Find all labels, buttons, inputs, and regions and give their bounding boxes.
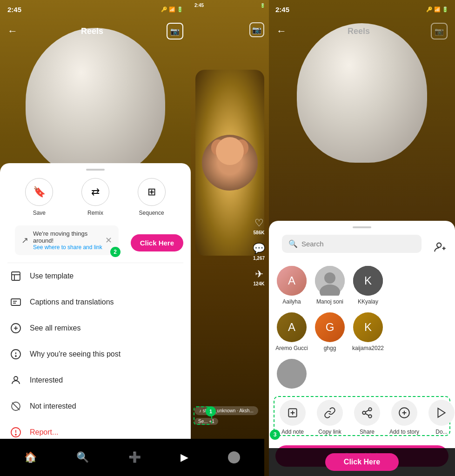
contact-manoj[interactable]: Manoj soni (314, 266, 346, 305)
search-bar: 🔍 (282, 235, 422, 253)
avatar-manoj (315, 266, 345, 296)
contact-ghgg[interactable]: G ghgg (314, 312, 346, 351)
heart-icon: ♡ (254, 217, 264, 229)
sheet-handle (86, 169, 105, 171)
nav-create[interactable]: ➕ (128, 451, 141, 463)
avatar-aailyha: A (277, 266, 307, 296)
svg-line-31 (365, 414, 368, 416)
avatar-partial (277, 359, 307, 389)
back-button-left[interactable]: ← (7, 25, 18, 37)
status-icons-right: 🔑 📶 🔋 (426, 7, 448, 13)
search-icon-nav: 🔍 (76, 451, 89, 463)
promo-close-button[interactable]: ✕ (105, 235, 112, 245)
sequence-action[interactable]: ⊞ Sequence (138, 178, 166, 216)
remixes-item[interactable]: See all remixes (0, 315, 191, 341)
why-seeing-icon (9, 348, 22, 361)
sequence-icon-circle: ⊞ (138, 178, 166, 206)
back-button-right[interactable]: ← (276, 25, 287, 37)
contact-name-aremo: Aremo Gucci (275, 345, 308, 351)
use-template-item[interactable]: Use template (0, 263, 191, 289)
battery-icon-right: 🔋 (442, 7, 448, 13)
battery-icon: 🔋 (177, 7, 183, 13)
share-icon-right (354, 400, 380, 426)
promo-text: We're moving things around! See where to… (33, 230, 105, 251)
copy-link-icon (317, 400, 343, 426)
share-sheet-handle (353, 226, 371, 228)
contacts-row-2: A Aremo Gucci G ghgg K kaijama2022 (269, 312, 455, 359)
remixes-label: See all remixes (30, 324, 80, 332)
remix-action[interactable]: ⇄ Remix (81, 178, 109, 216)
bottom-cta-button[interactable]: Click Here (325, 453, 399, 471)
add-story-icon (391, 400, 417, 426)
share-count: 124K (254, 281, 265, 286)
comment-action[interactable]: 💬 1,267 (253, 243, 265, 261)
contact-aailyha[interactable]: A Aailyha (275, 266, 308, 305)
contacts-row-3 (269, 359, 455, 396)
contact-kkyalay[interactable]: K KKyalay (352, 266, 384, 305)
bottom-nav: 🏠 🔍 ➕ ▶ (0, 439, 264, 476)
home-icon: 🏠 (24, 451, 37, 463)
sequence-label: Sequence (139, 210, 164, 216)
contact-name-ghgg: ghgg (324, 345, 336, 351)
time-right: 2:45 (275, 6, 289, 13)
like-count: 586K (254, 230, 265, 235)
share-badge: 3 (270, 430, 280, 440)
promo-cta-button[interactable]: Click Here (131, 234, 183, 251)
avatar-ghgg: G (315, 312, 345, 342)
share-icon-center: ✈ (255, 268, 263, 280)
add-person-button[interactable] (432, 239, 448, 256)
nav-home[interactable]: 🏠 (24, 451, 37, 463)
nav-title-left: Reels (81, 26, 103, 36)
key-icon: 🔑 (161, 7, 167, 13)
why-seeing-label: Why you're seeing this post (30, 350, 120, 358)
share-label-right: Share (360, 429, 375, 435)
create-icon: ➕ (128, 451, 141, 463)
use-template-label: Use template (30, 272, 74, 280)
status-bar-left: 2:45 🔑 📶 🔋 (0, 0, 191, 19)
nav-profile[interactable] (228, 451, 240, 463)
camera-icon-right: 📷 (435, 27, 444, 36)
svg-line-32 (365, 410, 368, 412)
copy-link-action[interactable]: Copy link (314, 400, 346, 435)
avatar-kaijama: K (353, 312, 383, 342)
contact-partial[interactable] (275, 359, 308, 391)
center-camera-btn[interactable]: 📷 (249, 22, 264, 37)
do-action[interactable]: Do... (425, 400, 455, 435)
save-action[interactable]: 🔖 Save (25, 178, 53, 216)
captions-label: Captions and translations (30, 298, 114, 306)
interested-label: Interested (30, 376, 63, 384)
highlight-box-1: 1 (194, 406, 212, 425)
camera-button-right[interactable]: 📷 (431, 23, 448, 40)
svg-point-23 (324, 272, 335, 284)
add-story-action[interactable]: Add to story (388, 400, 421, 435)
promo-banner: ↗ We're moving things around! See where … (15, 225, 119, 255)
share-sheet: 🔍 A Aailyha Manoj soni (269, 221, 455, 476)
share-action-center[interactable]: ✈ 124K (254, 268, 265, 286)
nav-reels[interactable]: ▶ (181, 451, 188, 463)
contact-name-kaijama: kaijama2022 (352, 345, 384, 351)
like-action[interactable]: ♡ 586K (254, 217, 265, 235)
bottom-sheet-left: 🔖 Save ⇄ Remix ⊞ Sequence ↗ (0, 163, 191, 476)
share-action-right[interactable]: Share (351, 400, 383, 435)
add-note-action[interactable]: Add note (276, 400, 309, 435)
contacts-row: A Aailyha Manoj soni K KKyalay (269, 266, 455, 312)
share-actions-highlight: Add note Copy link Share (274, 396, 450, 436)
why-seeing-item[interactable]: Why you're seeing this post (0, 341, 191, 367)
contact-aremo[interactable]: A Aremo Gucci (275, 312, 308, 351)
wifi-icon: 📶 (169, 7, 175, 13)
captions-icon (9, 296, 22, 309)
svg-rect-0 (12, 272, 20, 280)
nav-search[interactable]: 🔍 (76, 451, 89, 463)
search-input[interactable] (301, 240, 415, 248)
svg-point-12 (14, 377, 18, 380)
contact-kaijama[interactable]: K kaijama2022 (352, 312, 384, 351)
add-note-label: Add note (281, 429, 304, 435)
interested-item[interactable]: Interested (0, 367, 191, 393)
not-interested-item[interactable]: Not interested (0, 393, 191, 419)
promo-icon: ↗ (21, 235, 28, 245)
do-label: Do... (435, 429, 447, 435)
interested-icon (9, 374, 22, 387)
camera-button-left[interactable]: 📷 (167, 23, 183, 40)
top-nav-right: ← Reels 📷 (269, 20, 455, 43)
captions-item[interactable]: Captions and translations (0, 289, 191, 315)
